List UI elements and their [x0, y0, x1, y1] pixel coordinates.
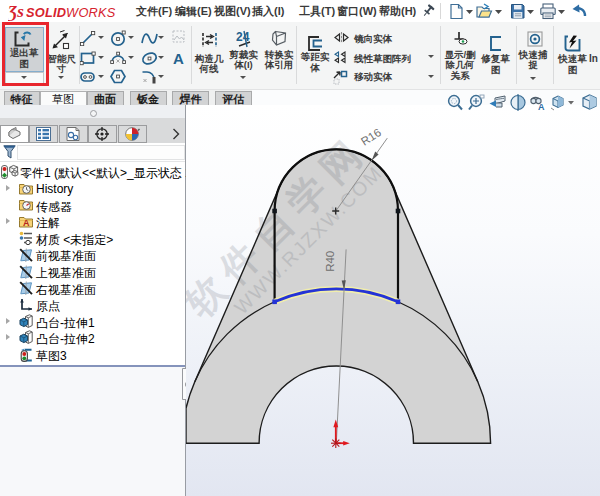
svg-text:A: A	[23, 218, 30, 228]
svg-text:R40: R40	[324, 251, 336, 272]
svg-text:SOLIDWORKS: SOLIDWORKS	[26, 5, 116, 20]
svg-text:24: 24	[236, 30, 250, 44]
svg-text:Ʒs: Ʒs	[8, 2, 24, 21]
svg-text:A: A	[538, 102, 545, 112]
